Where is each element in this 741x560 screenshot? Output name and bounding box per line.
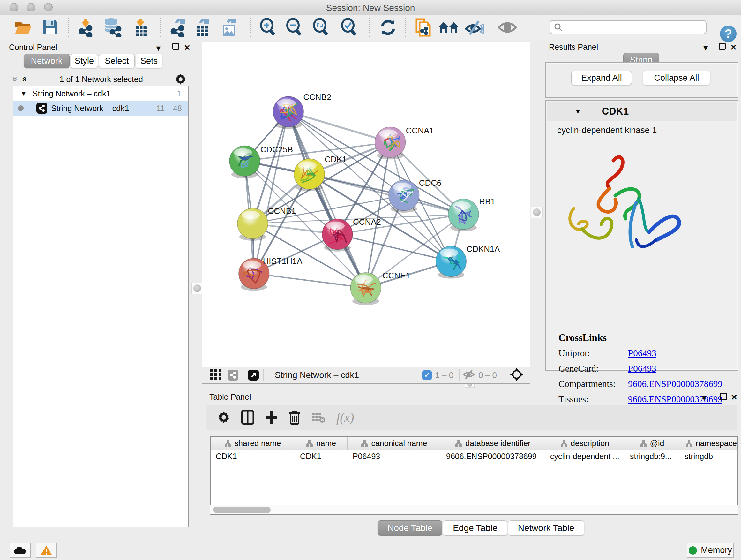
crosslink-link[interactable]: P06493 [628, 363, 657, 374]
node-table[interactable]: shared namenamecanonical namedatabase id… [210, 436, 738, 515]
zoom-out-button[interactable] [283, 17, 305, 38]
node-CCNA1[interactable] [375, 127, 406, 160]
zoom-in-button[interactable] [257, 17, 279, 38]
control-panel-close-icon[interactable]: ✕ [184, 43, 191, 52]
zoom-selected-button[interactable] [338, 17, 360, 38]
results-panel-menu-icon[interactable]: ▾ [704, 43, 708, 52]
show-columns-icon[interactable] [241, 410, 254, 425]
network-canvas[interactable]: CCNB2CCNA1CDC25BCDK1CDC6RB1CCNB1CCNA2CDK… [202, 42, 530, 367]
collapse-entry-triangle-icon[interactable]: ▼ [575, 107, 582, 116]
show-graphics-details-button[interactable] [496, 17, 518, 38]
tab-edge-table[interactable]: Edge Table [443, 520, 508, 536]
right-splitter-handle[interactable] [531, 206, 542, 218]
import-network-file-button[interactable] [75, 17, 96, 38]
save-session-button[interactable] [40, 17, 61, 38]
tab-style[interactable]: Style [71, 54, 98, 68]
column-header-database-identifier[interactable]: database identifier [441, 437, 545, 449]
selected-nodes-checkbox[interactable]: ✓ [422, 370, 432, 380]
collapse-all-networks-icon[interactable]: « [20, 77, 30, 82]
table-panel-close-icon[interactable]: ✕ [731, 393, 738, 402]
zoom-fit-button[interactable] [310, 17, 332, 38]
expand-all-networks-icon[interactable]: » [10, 77, 21, 82]
results-panel-float-icon[interactable] [719, 43, 726, 50]
open-in-new-window-icon[interactable] [248, 370, 259, 381]
table-cell[interactable]: stringdb [679, 450, 738, 462]
function-builder-icon[interactable]: f(x) [336, 410, 354, 425]
collapse-triangle-icon[interactable]: ▼ [20, 90, 27, 98]
crosslink-link[interactable]: P06493 [628, 348, 657, 359]
refresh-button[interactable] [377, 17, 399, 38]
export-image-button[interactable] [218, 17, 239, 38]
tab-network[interactable]: Network [23, 54, 70, 68]
column-header-canonical-name[interactable]: canonical name [347, 437, 441, 449]
add-column-plus-icon[interactable] [265, 410, 278, 424]
fit-selected-crosshair-icon[interactable] [510, 368, 524, 383]
tab-node-table[interactable]: Node Table [378, 520, 442, 536]
edge-CCNB2-HIST1H1A[interactable] [254, 112, 288, 273]
collapse-all-button[interactable]: Collapse All [643, 71, 711, 85]
table-cell[interactable]: cyclin-dependent ... [545, 450, 625, 462]
warning-button[interactable] [36, 543, 57, 558]
table-cell[interactable]: CDK1 [295, 450, 347, 462]
table-panel-float-icon[interactable] [720, 393, 727, 400]
node-CCNB1[interactable] [238, 208, 268, 241]
toggle-enhanced-labels-button[interactable] [463, 17, 485, 38]
node-CCNB2[interactable] [273, 97, 304, 129]
control-panel: Control Panel ▾ ✕ Network Style Select S… [3, 42, 192, 530]
import-table-file-button[interactable] [130, 17, 151, 38]
table-cell[interactable]: CDK1 [211, 450, 295, 462]
edge-CCNB2-CCNA1[interactable] [288, 112, 390, 142]
table-horizontal-scrollbar[interactable] [210, 505, 738, 514]
search-box[interactable] [549, 20, 706, 34]
column-header--id[interactable]: @id [625, 437, 679, 449]
delete-table-icon[interactable] [312, 412, 326, 423]
node-CCNE1[interactable] [350, 273, 381, 305]
node-label-CDC25B: CDC25B [260, 145, 293, 154]
column-header-description[interactable]: description [545, 437, 625, 449]
open-session-button[interactable] [12, 17, 34, 38]
control-panel-float-icon[interactable] [172, 43, 179, 50]
tab-sets[interactable]: Sets [136, 54, 162, 68]
node-RB1[interactable] [448, 199, 479, 232]
network-row-selected[interactable]: String Network – cdk1 11 48 [13, 101, 188, 116]
node-CDC6[interactable] [389, 180, 419, 212]
gear-icon[interactable] [175, 73, 187, 85]
node-CDKN1A[interactable] [436, 246, 467, 279]
column-header-namespace[interactable]: namespace [679, 437, 738, 449]
table-options-gear-icon[interactable] [217, 411, 230, 424]
string-home-button[interactable] [438, 17, 460, 38]
table-cell[interactable]: stringdb:9... [625, 450, 679, 462]
table-panel: Table Panel ▾ ✕ [202, 388, 741, 537]
export-network-button[interactable] [166, 17, 188, 38]
cloud-button[interactable] [10, 543, 30, 558]
string-protein-query-button[interactable] [412, 17, 434, 38]
memory-button[interactable]: Memory [687, 543, 734, 558]
node-CCNA2[interactable] [322, 219, 353, 252]
results-entry-header[interactable]: ▼ CDK1 [547, 102, 737, 121]
string-network-badge-icon [37, 103, 47, 114]
left-splitter-handle[interactable] [192, 283, 203, 294]
tab-network-table[interactable]: Network Table [508, 520, 584, 536]
string-badge-icon[interactable] [227, 370, 239, 381]
control-panel-menu-icon[interactable]: ▾ [156, 44, 160, 53]
delete-column-trash-icon[interactable] [288, 410, 300, 425]
birdseye-grid-icon[interactable] [210, 369, 222, 381]
results-panel-close-icon[interactable]: ✕ [730, 43, 737, 52]
table-panel-menu-icon[interactable]: ▾ [702, 393, 706, 402]
table-cell[interactable]: 9606.ENSP00000378699 [441, 450, 545, 462]
search-input[interactable] [562, 23, 699, 32]
table-row[interactable]: CDK1CDK1P064939606.ENSP00000378699cyclin… [211, 450, 737, 462]
export-table-button[interactable] [191, 17, 212, 38]
import-network-database-button[interactable] [102, 17, 123, 38]
node-CDK1[interactable] [294, 159, 325, 191]
edge-HIST1H1A-CCNE1[interactable] [254, 273, 366, 288]
expand-all-button[interactable]: Expand All [571, 71, 632, 85]
network-collection-row[interactable]: ▼ String Network – cdk1 1 [13, 86, 188, 101]
node-CDC25B[interactable] [229, 145, 260, 178]
scrollbar-thumb[interactable] [213, 507, 271, 513]
hidden-eye-icon[interactable] [462, 369, 475, 381]
table-cell[interactable]: P06493 [347, 450, 441, 462]
column-header-shared-name[interactable]: shared name [211, 437, 295, 449]
column-header-name[interactable]: name [295, 437, 347, 449]
tab-select[interactable]: Select [99, 54, 135, 68]
